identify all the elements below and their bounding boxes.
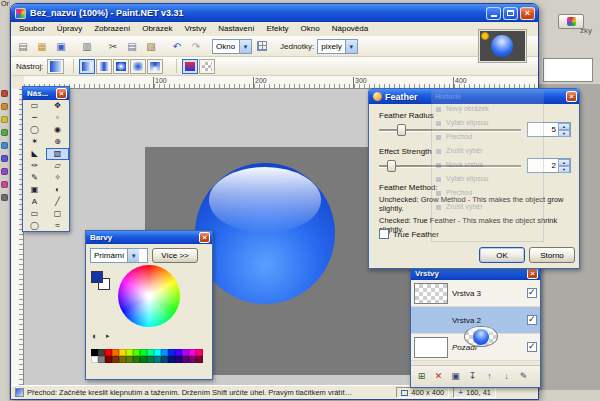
merge-layer-down-button[interactable]: ↧ [465, 369, 480, 384]
close-icon[interactable] [527, 268, 538, 279]
menu-item[interactable]: Okno [295, 22, 326, 36]
new-button[interactable]: ▤ [14, 38, 32, 55]
cancel-button[interactable]: Storno [529, 247, 575, 263]
palette-swatch[interactable] [161, 356, 168, 363]
palette-swatch[interactable] [140, 349, 147, 356]
linear-mirrored-gradient-option[interactable] [96, 59, 112, 74]
palette-swatch[interactable] [105, 349, 112, 356]
palette-swatch[interactable] [182, 349, 189, 356]
tool-rectangle[interactable]: ▭ [23, 208, 46, 220]
tool-move-selection[interactable]: ▫ [46, 112, 69, 124]
tool-paintbrush[interactable]: ✑ [23, 160, 46, 172]
paste-button[interactable]: ▨ [142, 38, 160, 55]
tool-rounded-rectangle[interactable]: ▢ [46, 208, 69, 220]
tool-recolor[interactable]: ◐ [46, 184, 69, 196]
maximize-button[interactable] [503, 7, 518, 20]
slider-thumb[interactable] [397, 124, 406, 136]
tool-pan[interactable]: ⊕ [46, 136, 69, 148]
tool-zoom[interactable]: ◉ [46, 124, 69, 136]
grid-toggle-button[interactable] [253, 38, 271, 55]
window-selector-combo[interactable]: Okno [212, 39, 252, 54]
palette-swatch[interactable] [154, 349, 161, 356]
palette-swatch[interactable] [161, 349, 168, 356]
palette-swatch[interactable] [196, 356, 203, 363]
spin-up-icon[interactable] [558, 123, 570, 130]
tool-line-curve[interactable]: ╱ [46, 196, 69, 208]
tools-palette-title-bar[interactable]: Nás... [23, 87, 69, 100]
layer-visibility-checkbox[interactable] [527, 288, 537, 298]
palette-swatch[interactable] [175, 356, 182, 363]
menu-item[interactable]: Nastavení [212, 22, 260, 36]
expand-arrow-icon[interactable]: ▸ [106, 332, 110, 340]
minimize-button[interactable] [486, 7, 501, 20]
tool-ellipse-select[interactable]: ◯ [23, 124, 46, 136]
feather-radius-input[interactable]: 5 [527, 122, 571, 137]
menu-item[interactable]: Soubor [13, 22, 51, 36]
color-mode-option[interactable] [182, 59, 198, 74]
menu-item[interactable]: Vrstvy [178, 22, 212, 36]
close-button[interactable] [520, 7, 535, 20]
true-feather-checkbox[interactable] [379, 229, 389, 239]
diamond-gradient-option[interactable] [113, 59, 129, 74]
palette-swatch[interactable] [126, 349, 133, 356]
active-image-thumbnail[interactable] [478, 29, 527, 63]
palette-swatch[interactable] [133, 349, 140, 356]
menu-item[interactable]: Obrázek [136, 22, 178, 36]
delete-layer-button[interactable]: ✕ [431, 369, 446, 384]
close-icon[interactable] [56, 88, 67, 99]
open-button[interactable]: ▦ [33, 38, 51, 55]
palette-swatch[interactable] [147, 356, 154, 363]
tool-magic-wand[interactable]: ✶ [23, 136, 46, 148]
palette-swatch[interactable] [112, 349, 119, 356]
color-wheel-mode-icon[interactable]: ◐ [92, 331, 97, 341]
close-icon[interactable] [566, 91, 577, 102]
slider-thumb[interactable] [387, 160, 396, 172]
palette-swatch[interactable] [119, 356, 126, 363]
tool-color-picker[interactable]: ✧ [46, 172, 69, 184]
move-layer-down-button[interactable]: ↓ [499, 369, 514, 384]
palette-swatch[interactable] [98, 349, 105, 356]
tool-move-pixels[interactable]: ✥ [46, 100, 69, 112]
palette-swatch[interactable] [105, 356, 112, 363]
palette-swatch[interactable] [91, 356, 98, 363]
palette-swatch[interactable] [112, 356, 119, 363]
more-colors-button[interactable]: Více >> [152, 248, 198, 263]
menu-item[interactable]: Zobrazení [88, 22, 136, 36]
add-layer-button[interactable]: ⊞ [414, 369, 429, 384]
close-icon[interactable] [199, 232, 210, 243]
active-tool-button[interactable] [47, 59, 64, 74]
effect-strength-slider[interactable] [379, 159, 521, 173]
tool-gradient[interactable]: ▧ [46, 148, 69, 160]
tool-freeform-shape[interactable]: ≈ [46, 220, 69, 232]
colors-palette-title-bar[interactable]: Barvy [86, 231, 212, 244]
tool-rectangle-select[interactable]: ▭ [23, 100, 46, 112]
conical-gradient-option[interactable] [147, 59, 163, 74]
move-layer-up-button[interactable]: ↑ [482, 369, 497, 384]
undo-button[interactable]: ↶ [168, 38, 186, 55]
menu-item[interactable]: Nápověda [326, 22, 374, 36]
spin-up-icon[interactable] [558, 159, 570, 166]
layer-properties-button[interactable]: ✎ [516, 369, 531, 384]
color-wheel[interactable] [118, 265, 180, 327]
layer-visibility-checkbox[interactable] [527, 315, 537, 325]
tool-clone-stamp[interactable]: ▣ [23, 184, 46, 196]
palette-swatch[interactable] [133, 356, 140, 363]
palette-swatch[interactable] [196, 349, 203, 356]
color-mode-combo[interactable]: Primární [90, 248, 148, 263]
layer-visibility-checkbox[interactable] [527, 342, 537, 352]
palette-swatch[interactable] [147, 349, 154, 356]
palette-swatch[interactable] [168, 356, 175, 363]
duplicate-layer-button[interactable]: ▣ [448, 369, 463, 384]
save-button[interactable]: ▣ [52, 38, 70, 55]
menu-item[interactable]: Úpravy [51, 22, 88, 36]
tool-lasso-select[interactable]: ∽ [23, 112, 46, 124]
cut-button[interactable]: ✂ [104, 38, 122, 55]
palette-swatch[interactable] [189, 356, 196, 363]
units-combo[interactable]: pixely [317, 39, 357, 54]
redo-button[interactable]: ↷ [187, 38, 205, 55]
palette-swatch[interactable] [98, 356, 105, 363]
copy-button[interactable]: ▤ [123, 38, 141, 55]
feather-radius-slider[interactable] [379, 123, 521, 137]
radial-gradient-option[interactable] [130, 59, 146, 74]
tool-pencil[interactable]: ✎ [23, 172, 46, 184]
